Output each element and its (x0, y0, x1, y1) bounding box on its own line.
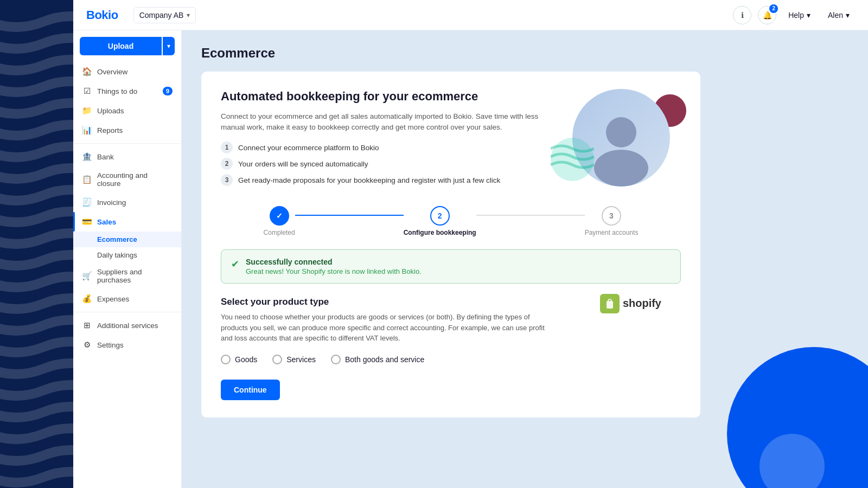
sales-icon: 💳 (82, 217, 92, 227)
wave-deco (551, 138, 594, 181)
sidebar-item-bank[interactable]: 🏦 Bank (73, 147, 181, 166)
sidebar-item-invoicing[interactable]: 🧾 Invoicing (73, 192, 181, 212)
body-row: Upload ▾ 🏠 Overview ☑ Things to do 9 📁 U… (73, 30, 868, 488)
step-text-1: Connect your ecommerce platform to Bokio (238, 144, 379, 152)
upload-button[interactable]: Upload (80, 37, 162, 55)
sidebar-item-reports[interactable]: 📊 Reports (73, 120, 181, 140)
chart-icon: 📊 (82, 125, 92, 135)
progress-line-1 (295, 215, 404, 216)
folder-icon: 📁 (82, 106, 92, 115)
info-button[interactable]: ℹ (733, 6, 751, 24)
progress-step-2: 2 Configure bookkeeping (404, 206, 476, 236)
app-container: Bokio Company AB ▾ ℹ 🔔 2 Help ▾ Alen ▾ (73, 0, 868, 488)
sidebar-item-expenses[interactable]: 💰 Expenses (73, 289, 181, 309)
chevron-down-icon: ▾ (187, 11, 190, 19)
sidebar-label-things-to-do: Things to do (97, 87, 137, 95)
radio-option-goods[interactable]: Goods (221, 355, 257, 364)
step-num-3: 3 (221, 174, 233, 186)
progress-label-2: Configure bookkeeping (404, 229, 476, 236)
sidebar-item-accounting-closure[interactable]: 📋 Accounting and closure (73, 166, 181, 192)
success-check-icon: ✔ (231, 258, 239, 270)
help-label: Help (788, 11, 804, 20)
content-card: Automated bookkeeping for your ecommerce… (201, 72, 700, 418)
hero-image (561, 89, 681, 187)
grid-icon: ⊞ (82, 320, 92, 330)
sidebar-item-overview[interactable]: 🏠 Overview (73, 62, 181, 81)
success-banner: ✔ Successfully connected Great news! You… (221, 249, 681, 284)
radio-label-goods: Goods (235, 355, 257, 364)
sidebar-item-additional-services[interactable]: ⊞ Additional services (73, 316, 181, 335)
sidebar-label-uploads: Uploads (97, 107, 124, 115)
sidebar-sub-label-ecommerce: Ecommerce (97, 235, 137, 243)
upload-btn-wrap: Upload ▾ (73, 37, 181, 62)
user-button[interactable]: Alen ▾ (822, 8, 855, 23)
product-type-desc: You need to choose whether your products… (221, 312, 546, 344)
sidebar-item-suppliers-purchases[interactable]: 🛒 Suppliers and purchases (73, 263, 181, 289)
header: Bokio Company AB ▾ ℹ 🔔 2 Help ▾ Alen ▾ (73, 0, 868, 30)
sidebar-item-sales[interactable]: 💳 Sales (73, 212, 181, 232)
info-icon: ℹ (741, 11, 744, 20)
progress-circle-3: 3 (602, 206, 621, 226)
hero-step-3: 3 Get ready-made proposals for your book… (221, 174, 548, 186)
sidebar-label-overview: Overview (97, 68, 127, 76)
shopify-text: shopify (623, 297, 661, 310)
help-chevron-icon: ▾ (807, 11, 810, 20)
shopify-icon (600, 294, 620, 313)
success-text: Successfully connected Great news! Your … (246, 258, 422, 275)
logo: Bokio (86, 8, 118, 22)
sidebar-label-sales: Sales (97, 218, 116, 226)
wallet-icon: 💰 (82, 294, 92, 304)
user-label: Alen (828, 11, 843, 20)
hero-title: Automated bookkeeping for your ecommerce (221, 89, 548, 105)
sidebar-sub-label-daily-takings: Daily takings (97, 251, 137, 259)
step-num-2: 2 (221, 158, 233, 170)
sidebar-item-things-to-do[interactable]: ☑ Things to do 9 (73, 81, 181, 101)
radio-option-services[interactable]: Services (272, 355, 316, 364)
nav-divider-2 (73, 312, 181, 312)
nav-divider-1 (73, 143, 181, 144)
radio-circle-both (331, 355, 341, 364)
sidebar-sub-item-ecommerce[interactable]: Ecommerce (73, 232, 181, 247)
product-type-section: Select your product type You need to cho… (221, 297, 681, 400)
sidebar-sub-item-daily-takings[interactable]: Daily takings (73, 247, 181, 263)
progress-row: ✓ Completed 2 Configure bookkeeping 3 Pa… (221, 202, 681, 236)
sidebar-label-bank: Bank (97, 153, 114, 161)
upload-dropdown-button[interactable]: ▾ (163, 37, 175, 55)
hero-step-2: 2 Your orders will be synced automatical… (221, 158, 548, 170)
cart-icon: 🛒 (82, 271, 92, 281)
things-to-do-badge: 9 (163, 87, 173, 95)
progress-circle-1: ✓ (270, 206, 289, 226)
progress-step-1: ✓ Completed (264, 206, 295, 236)
user-chevron-icon: ▾ (846, 11, 850, 20)
success-title: Successfully connected (246, 258, 422, 266)
bank-icon: 🏦 (82, 152, 92, 162)
radio-circle-goods (221, 355, 231, 364)
svg-point-1 (606, 117, 636, 147)
sidebar-label-invoicing: Invoicing (97, 198, 126, 207)
check-icon: ☑ (82, 86, 92, 96)
radio-group: Goods Services Both goods and service (221, 355, 681, 364)
progress-label-1: Completed (264, 229, 295, 236)
notification-badge: 2 (769, 4, 778, 13)
sidebar-label-suppliers-purchases: Suppliers and purchases (97, 268, 173, 284)
sidebar-label-settings: Settings (97, 341, 124, 349)
hero-row: Automated bookkeeping for your ecommerce… (221, 89, 681, 187)
sidebar-label-reports: Reports (97, 126, 123, 134)
progress-step-3: 3 Payment accounts (585, 206, 639, 236)
header-actions: ℹ 🔔 2 Help ▾ Alen ▾ (733, 6, 855, 24)
person-illustration (583, 111, 659, 187)
continue-button[interactable]: Continue (221, 380, 280, 400)
progress-label-3: Payment accounts (585, 229, 639, 236)
hero-text: Automated bookkeeping for your ecommerce… (221, 89, 548, 187)
success-desc: Great news! Your Shopify store is now li… (246, 267, 422, 275)
page-title: Ecommerce (201, 46, 848, 61)
help-button[interactable]: Help ▾ (783, 8, 816, 23)
sidebar-item-uploads[interactable]: 📁 Uploads (73, 101, 181, 120)
step-num-1: 1 (221, 142, 233, 153)
radio-option-both[interactable]: Both goods and service (331, 355, 424, 364)
company-selector[interactable]: Company AB ▾ (133, 7, 196, 23)
sidebar-item-settings[interactable]: ⚙ Settings (73, 335, 181, 355)
notifications-button[interactable]: 🔔 2 (758, 6, 776, 24)
step-text-3: Get ready-made proposals for your bookke… (238, 176, 500, 184)
receipt-icon: 🧾 (82, 197, 92, 207)
